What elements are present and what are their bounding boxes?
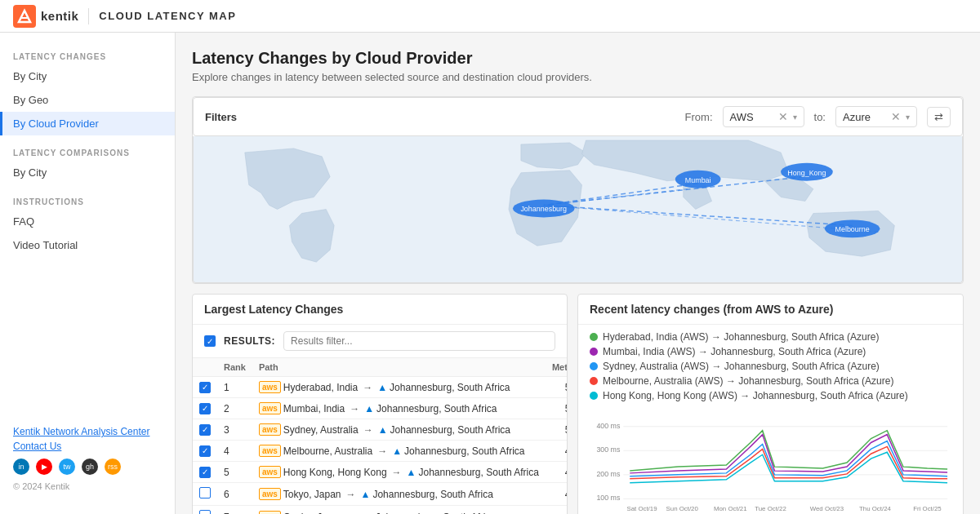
aws-badge: aws: [259, 466, 281, 478]
recent-changes-title: Recent latency changes (from AWS to Azur…: [578, 295, 963, 325]
azure-icon: ▲: [407, 467, 416, 478]
aws-badge: aws: [259, 488, 281, 500]
aws-badge: aws: [259, 445, 281, 457]
recent-dot: [590, 377, 598, 385]
row-path: aws Tokyo, Japan → ▲ Johannesburg, South…: [252, 483, 546, 506]
results-filter-input[interactable]: [283, 331, 555, 351]
chart-area: 400 ms 300 ms 200 ms 100 ms: [578, 411, 963, 514]
row-checkbox[interactable]: ✓: [199, 424, 211, 436]
aws-badge: aws: [259, 511, 281, 514]
twitter-icon[interactable]: tw: [59, 459, 75, 475]
row-rank: 6: [217, 483, 252, 506]
table-row[interactable]: 6 aws Tokyo, Japan → ▲ Johannesburg, Sou…: [193, 483, 568, 506]
world-map: Mumbai Hong_Kong Johannesburg Melbourne: [193, 136, 963, 283]
arrow-icon: →: [392, 467, 402, 478]
row-rank: 2: [217, 398, 252, 419]
from-city: Osaka, Japan: [283, 512, 344, 515]
rss-icon[interactable]: rss: [105, 459, 121, 475]
youtube-icon[interactable]: ▶: [36, 459, 52, 475]
arrow-icon: →: [349, 512, 359, 515]
table-row[interactable]: ✓ 4 aws Melbourne, Australia → ▲ Johanne…: [193, 441, 568, 462]
filter-from-clear[interactable]: ✕: [778, 110, 788, 123]
filter-to-clear[interactable]: ✕: [891, 110, 901, 123]
from-city: Hong Kong, Hong Kong: [283, 467, 387, 478]
table-row[interactable]: 7 aws Osaka, Japan → ▲ Johannesburg, Sou…: [193, 506, 568, 515]
row-checkbox[interactable]: [199, 510, 211, 514]
filter-bar: Filters From: AWS ✕ ▾ to: Azure ✕ ▾ ⇄: [193, 97, 963, 136]
svg-text:400 ms: 400 ms: [596, 422, 621, 430]
row-checkbox[interactable]: ✓: [199, 382, 211, 393]
recent-item: Hong Kong, Hong Kong (AWS) → Johannesbur…: [590, 390, 951, 401]
arrow-icon: →: [363, 382, 372, 393]
from-city: Tokyo, Japan: [283, 489, 341, 500]
from-city: Melbourne, Australia: [283, 445, 372, 457]
filter-from-label: From:: [685, 111, 713, 123]
sidebar-item-by-geo[interactable]: By Geo: [0, 88, 175, 112]
table-row[interactable]: ✓ 1 aws Hyderabad, India → ▲ Johannesbur…: [193, 377, 568, 398]
from-city: Mumbai, India: [283, 403, 345, 414]
azure-icon: ▲: [361, 489, 371, 500]
svg-text:Sat Oct/19: Sat Oct/19: [626, 505, 657, 512]
to-city: Johannesburg, South Africa: [376, 403, 497, 414]
row-rank: 3: [217, 419, 252, 441]
results-label: RESULTS:: [224, 335, 275, 347]
page-title: Latency Changes by Cloud Provider: [192, 49, 964, 68]
swap-button[interactable]: ⇄: [927, 107, 951, 127]
col-rank: Rank: [217, 358, 252, 377]
latency-table: Rank Path Metric ✓ 1 aws Hyderabad, Indi…: [193, 358, 568, 514]
sidebar-item-by-cloud-provider[interactable]: By Cloud Provider: [0, 112, 175, 135]
row-checkbox[interactable]: [199, 487, 211, 498]
table-row[interactable]: ✓ 5 aws Hong Kong, Hong Kong → ▲ Johanne…: [193, 462, 568, 483]
row-path: aws Hong Kong, Hong Kong → ▲ Johannesbur…: [252, 462, 546, 483]
row-checkbox[interactable]: ✓: [199, 403, 211, 414]
filter-map-container: Filters From: AWS ✕ ▾ to: Azure ✕ ▾ ⇄: [192, 96, 964, 284]
recent-text: Hyderabad, India (AWS) → Johannesburg, S…: [603, 331, 879, 343]
filter-from-value: AWS: [730, 111, 773, 123]
row-path: aws Sydney, Australia → ▲ Johannesburg, …: [252, 419, 546, 441]
from-city: Sydney, Australia: [283, 424, 359, 436]
svg-text:300 ms: 300 ms: [596, 445, 621, 454]
to-city: Johannesburg, South Africa: [418, 467, 538, 478]
page-subtitle: Explore changes in latency between selec…: [192, 71, 964, 83]
filter-to-select[interactable]: Azure ✕ ▾: [835, 106, 917, 127]
row-path: aws Mumbai, India → ▲ Johannesburg, Sout…: [252, 398, 546, 419]
from-city: Hyderabad, India: [283, 382, 358, 393]
table-row[interactable]: ✓ 2 aws Mumbai, India → ▲ Johannesburg, …: [193, 398, 568, 419]
header-divider: [88, 8, 89, 24]
filter-from-select[interactable]: AWS ✕ ▾: [723, 106, 804, 127]
table-row[interactable]: ✓ 3 aws Sydney, Australia → ▲ Johannesbu…: [193, 419, 568, 441]
row-metric: 4.5: [546, 506, 568, 515]
col-check: [193, 358, 217, 377]
to-city: Johannesburg, South Africa: [390, 382, 510, 393]
row-checkbox-cell: [193, 506, 217, 515]
results-checkbox[interactable]: ✓: [204, 335, 216, 347]
row-checkbox[interactable]: ✓: [199, 467, 211, 478]
svg-text:Tue Oct/22: Tue Oct/22: [755, 505, 786, 512]
panel-largest-latency: Largest Latency Changes ✓ RESULTS: Rank …: [192, 294, 568, 514]
svg-text:Hong_Kong: Hong_Kong: [787, 169, 826, 177]
github-icon[interactable]: gh: [82, 459, 98, 475]
aws-badge: aws: [259, 402, 281, 414]
recent-item: Sydney, Australia (AWS) → Johannesburg, …: [590, 361, 951, 372]
kentik-wordmark: kentik: [41, 9, 78, 23]
sidebar: LATENCY CHANGES By City By Geo By Cloud …: [0, 33, 176, 514]
row-path: aws Melbourne, Australia → ▲ Johannesbur…: [252, 441, 546, 462]
azure-icon: ▲: [378, 424, 388, 436]
filter-from-chevron: ▾: [793, 113, 797, 122]
svg-text:Mon Oct/21: Mon Oct/21: [714, 505, 747, 512]
sidebar-section-instructions: INSTRUCTIONS: [0, 191, 175, 210]
linkedin-icon[interactable]: in: [13, 459, 29, 475]
recent-dot: [590, 348, 598, 356]
svg-text:Thu Oct/24: Thu Oct/24: [859, 505, 892, 512]
sidebar-item-faq[interactable]: FAQ: [0, 210, 175, 233]
sidebar-item-by-city-changes[interactable]: By City: [0, 64, 175, 88]
sidebar-item-by-city-compare[interactable]: By City: [0, 161, 175, 184]
contact-link[interactable]: Contact Us: [13, 441, 162, 452]
logo-icon: [13, 5, 36, 28]
row-checkbox-cell: ✓: [193, 441, 217, 462]
recent-item: Hyderabad, India (AWS) → Johannesburg, S…: [590, 331, 951, 343]
row-metric: 4.6: [546, 462, 568, 483]
sidebar-item-video-tutorial[interactable]: Video Tutorial: [0, 233, 175, 257]
knac-link[interactable]: Kentik Network Analysis Center: [13, 426, 162, 437]
row-checkbox[interactable]: ✓: [199, 445, 211, 457]
